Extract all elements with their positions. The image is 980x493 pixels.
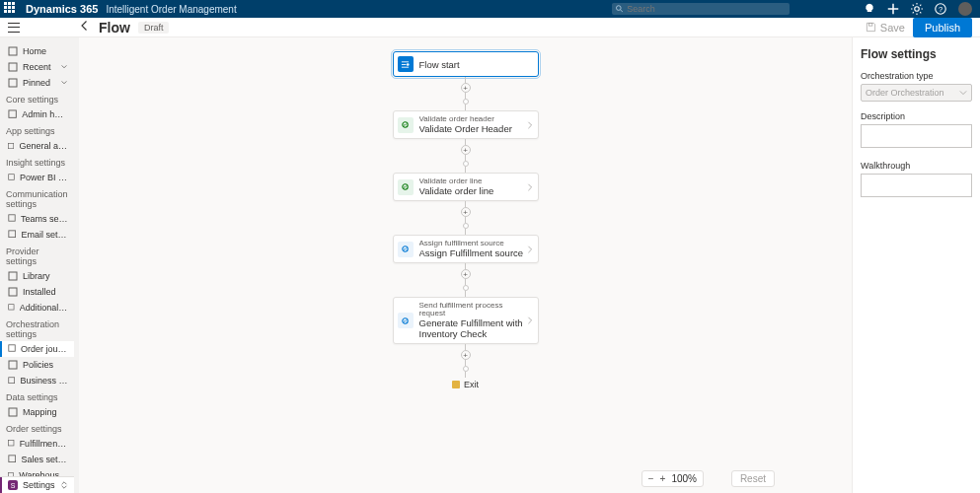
sidebar-group-label: Order settings (0, 420, 74, 436)
gear-icon[interactable] (911, 3, 923, 15)
svg-rect-10 (9, 143, 14, 148)
add-step-button[interactable]: + (461, 207, 471, 217)
add-step-button[interactable]: + (461, 83, 471, 93)
svg-rect-8 (9, 79, 17, 87)
doc-icon (8, 360, 18, 370)
flow-canvas[interactable]: Flow start +Validate order headerValidat… (79, 37, 852, 493)
sidebar-item[interactable]: Business events (0, 373, 74, 388)
walkthrough-textarea[interactable] (861, 174, 972, 197)
gear-icon (8, 303, 15, 313)
sidebar-item-label: Email settings (21, 230, 68, 240)
sidebar-item[interactable]: Mapping (0, 404, 74, 420)
page-header: Flow Draft Save Publish (0, 18, 980, 37)
sidebar-item-label: Power BI Insights (20, 173, 68, 182)
description-textarea[interactable] (861, 124, 972, 148)
zoom-control: − + 100% (641, 470, 704, 487)
publish-button[interactable]: Publish (913, 18, 972, 37)
description-label: Description (861, 111, 972, 121)
sidebar-group-label: Communication settings (0, 185, 74, 211)
sidebar-item[interactable]: Email settings (0, 227, 74, 243)
sidebar-item[interactable]: Sales settings (0, 452, 74, 467)
menu-icon[interactable] (8, 23, 20, 33)
svg-rect-17 (9, 345, 15, 351)
add-step-button[interactable]: + (461, 269, 471, 279)
flow-step[interactable]: Assign fulfillment sourceAssign Fulfillm… (393, 235, 539, 263)
flow-step[interactable]: Validate order lineValidate order line (393, 173, 539, 201)
svg-rect-12 (9, 215, 15, 221)
sidebar-item[interactable]: Policies (0, 357, 74, 373)
sidebar-item[interactable]: Admin home (0, 106, 74, 122)
svg-rect-15 (9, 288, 17, 296)
sidebar-item-label: Order journeys (21, 344, 68, 354)
sidebar-item[interactable]: Power BI Insights (0, 170, 74, 185)
connector: + (393, 263, 539, 297)
sidebar-item-label: Policies (23, 360, 53, 370)
sidebar-item-label: General app setti… (19, 141, 68, 151)
sidebar-item[interactable]: Home (0, 43, 74, 59)
sidebar-item-label: Teams settings (21, 214, 68, 224)
sidebar-item-label: Recent (23, 62, 51, 72)
svg-rect-21 (9, 441, 14, 446)
add-step-button[interactable]: + (461, 145, 471, 155)
back-button[interactable] (79, 20, 91, 35)
step-type-icon (398, 313, 414, 328)
sidebar-item-label: Sales settings (21, 455, 68, 464)
zoom-reset-button[interactable]: Reset (731, 470, 775, 487)
add-step-button[interactable]: + (461, 350, 471, 360)
global-header: Dynamics 365 Intelligent Order Managemen… (0, 0, 980, 18)
panel-title: Flow settings (861, 47, 972, 61)
sidebar-item[interactable]: General app setti… (0, 138, 74, 154)
zoom-in-button[interactable]: + (660, 473, 666, 484)
zoom-out-button[interactable]: − (648, 473, 654, 484)
box-icon (8, 287, 18, 297)
product-name: Intelligent Order Management (106, 4, 236, 15)
orchestration-type-select[interactable]: Order Orchestration (861, 84, 972, 102)
app-launcher-icon[interactable] (4, 2, 18, 16)
flow-step[interactable]: Send fulfillment process requestGenerate… (393, 297, 539, 344)
svg-rect-9 (9, 110, 16, 117)
chevron-right-icon (526, 246, 534, 253)
mail-icon (8, 230, 16, 240)
step-type-icon (398, 117, 414, 133)
sidebar-item-label: Installed (23, 287, 56, 297)
sidebar-settings-switcher[interactable]: S Settings (0, 477, 74, 493)
sidebar-item[interactable]: Library (0, 268, 74, 284)
sidebar-item[interactable]: Teams settings (0, 211, 74, 227)
sidebar-item[interactable]: Pinned (0, 75, 74, 91)
global-search[interactable] (612, 3, 790, 15)
svg-rect-5 (868, 23, 871, 26)
home-icon (8, 46, 18, 56)
exit-icon (452, 381, 460, 388)
chevron-down-icon (959, 89, 967, 97)
flow-start-node[interactable]: Flow start (393, 51, 539, 77)
flow-exit-node[interactable]: Exit (452, 380, 479, 389)
sidebar-item[interactable]: Additional settings (0, 300, 74, 316)
step-title: Assign Fulfillment source (419, 247, 526, 258)
save-icon (866, 22, 876, 33)
svg-point-2 (915, 7, 920, 12)
search-input[interactable] (627, 4, 786, 14)
chevron-right-icon (526, 317, 534, 324)
sidebar-item[interactable]: Fulfillment settings (0, 436, 74, 452)
sidebar-group-label: App settings (0, 122, 74, 138)
people-icon (8, 214, 16, 224)
flow-icon (8, 344, 16, 354)
chevron-down-icon (60, 79, 68, 87)
sidebar-item-label: Fulfillment settings (20, 439, 68, 449)
save-button[interactable]: Save (866, 22, 905, 34)
sidebar-item[interactable]: Installed (0, 284, 74, 300)
sidebar-item-label: Additional settings (20, 303, 68, 313)
lightbulb-icon[interactable] (864, 3, 875, 15)
sidebar-item-label: Library (23, 271, 50, 281)
plus-icon[interactable] (887, 3, 899, 15)
sidebar-item[interactable]: Recent (0, 59, 74, 75)
chevron-up-down-icon (60, 481, 68, 489)
orchestration-type-label: Orchestration type (861, 71, 972, 81)
avatar[interactable] (958, 2, 972, 16)
map-icon (8, 407, 18, 417)
flow-step[interactable]: Validate order headerValidate Order Head… (393, 110, 539, 139)
help-icon[interactable]: ? (935, 3, 946, 15)
settings-badge: S (8, 480, 18, 490)
sidebar-item[interactable]: Order journeys (0, 341, 74, 357)
flow-start-icon (398, 56, 414, 72)
